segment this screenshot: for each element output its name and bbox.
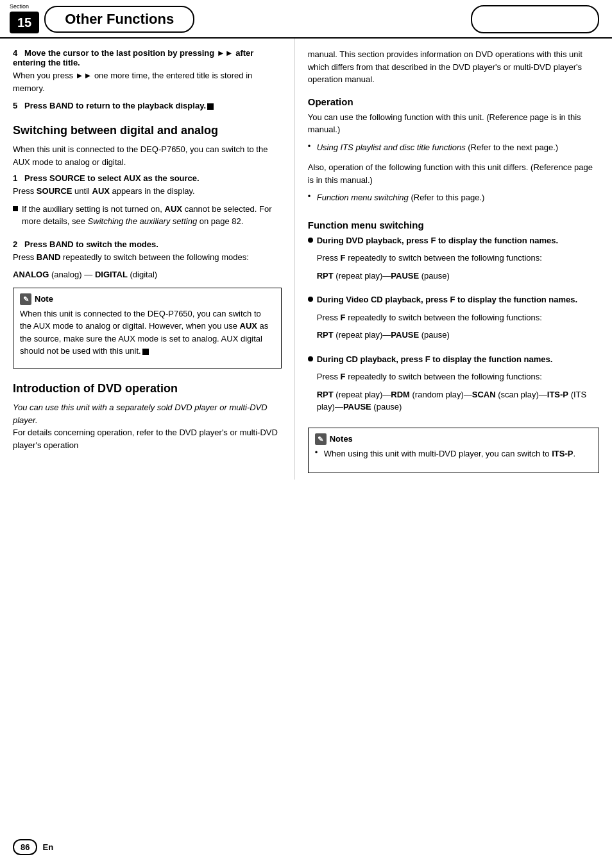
step2-body2: ANALOG (analog) — DIGITAL (digital) (13, 268, 282, 281)
dot-icon-1 (308, 238, 313, 243)
right-body1: manual. This section provides informatio… (308, 48, 599, 86)
bullet2-icon: • (308, 191, 313, 209)
op-body1: You can use the following function with … (308, 111, 599, 136)
step-2: 2 Press BAND to switch the modes. Press … (13, 239, 282, 281)
footer: 86 En (13, 839, 53, 855)
dvd-intro-heading: Introduction of DVD operation (13, 381, 282, 396)
main-content: 4 Move the cursor to the last position b… (0, 39, 612, 480)
note-body: When this unit is connected to the DEQ-P… (20, 308, 275, 358)
fms-bullet1-body: Press F repeatedly to switch between the… (317, 252, 558, 265)
step2-title: 2 Press BAND to switch the modes. (13, 239, 282, 249)
note-icon: ✎ (20, 293, 31, 305)
bullet-icon: • (308, 141, 313, 159)
step4-title: 4 Move the cursor to the last position b… (13, 48, 282, 67)
dot-icon-2 (308, 297, 313, 302)
notes-icon: ✎ (315, 433, 327, 445)
fms-bullet3-body: Press F repeatedly to switch between the… (317, 370, 599, 383)
operation-heading: Operation (308, 96, 599, 107)
square-bullet-icon (13, 206, 18, 211)
switching-heading: Switching between digital and analog (13, 123, 282, 138)
op-bullet1-italic: Using ITS playlist and disc title functi… (317, 143, 466, 152)
fms-bullet1-functions: RPT (repeat play)—PAUSE (pause) (317, 270, 558, 282)
fms-item2: During Video CD playback, press F to dis… (308, 293, 599, 347)
left-column: 4 Move the cursor to the last position b… (13, 39, 294, 480)
note-box: ✎ Note When this unit is connected to th… (13, 288, 282, 369)
fms-bullet2-body: Press F repeatedly to switch between the… (317, 311, 577, 324)
notes-bullet-icon: • (315, 447, 320, 465)
fms-item2-content: During Video CD playback, press F to dis… (317, 293, 577, 347)
notes-bullet1: • When using this unit with multi-DVD pl… (315, 447, 592, 465)
step-4: 4 Move the cursor to the last position b… (13, 48, 282, 94)
page: Section 15 Other Functions 4 Move the cu… (0, 0, 612, 868)
step4-body: When you press ►► one more time, the ent… (13, 69, 282, 94)
step1-title: 1 Press SOURCE to select AUX as the sour… (13, 173, 282, 183)
fms-item3: During CD playback, press F to display t… (308, 353, 599, 419)
notes-bullet1-text: When using this unit with multi-DVD play… (324, 447, 575, 460)
header-right-pill (471, 5, 599, 33)
notes-label: Notes (330, 434, 353, 444)
step2-body1: Press BAND repeatedly to switch between … (13, 251, 282, 264)
switching-intro: When this unit is connected to the DEQ-P… (13, 143, 282, 168)
fms-item1: During DVD playback, press F to display … (308, 234, 599, 288)
header: Section 15 Other Functions (0, 0, 612, 39)
step1-body1: Press SOURCE until AUX appears in the di… (13, 185, 282, 198)
notes-box: ✎ Notes • When using this unit with mult… (308, 428, 599, 474)
op-bullet2-plain: (Refer to this page.) (411, 193, 484, 202)
fms-bullet3-functions: RPT (repeat play)—RDM (random play)—SCAN… (317, 388, 599, 413)
op-bullet1-plain: (Refer to the next page.) (468, 143, 558, 152)
header-left: 15 Other Functions (10, 5, 194, 33)
right-column: manual. This section provides informatio… (294, 39, 599, 480)
op-bullet2-italic: Function menu switching (317, 193, 409, 202)
section-label: Section (10, 3, 29, 10)
section-number: 15 (10, 12, 39, 33)
dvd-intro-italic: You can use this unit with a separately … (13, 401, 282, 451)
op-body2: Also, operation of the following functio… (308, 161, 599, 186)
fms-bullet2-functions: RPT (repeat play)—PAUSE (pause) (317, 329, 577, 342)
step5-title: 5 Press BAND to return to the playback d… (13, 101, 282, 110)
page-number: 86 (13, 839, 37, 855)
op-bullet1: • Using ITS playlist and disc title func… (308, 141, 599, 159)
op-bullet2: • Function menu switching (Refer to this… (308, 191, 599, 209)
notes-title: ✎ Notes (315, 433, 592, 445)
fms-heading: Function menu switching (308, 220, 599, 230)
step-5: 5 Press BAND to return to the playback d… (13, 101, 282, 110)
fms-item3-content: During CD playback, press F to display t… (317, 353, 599, 419)
dot-icon-3 (308, 356, 313, 361)
fms-item1-content: During DVD playback, press F to display … (317, 234, 558, 288)
lang-label: En (42, 842, 53, 852)
step1-note: If the auxiliary setting is not turned o… (13, 203, 282, 233)
note-title: ✎ Note (20, 293, 275, 305)
page-title: Other Functions (44, 6, 194, 33)
step-1: 1 Press SOURCE to select AUX as the sour… (13, 173, 282, 233)
